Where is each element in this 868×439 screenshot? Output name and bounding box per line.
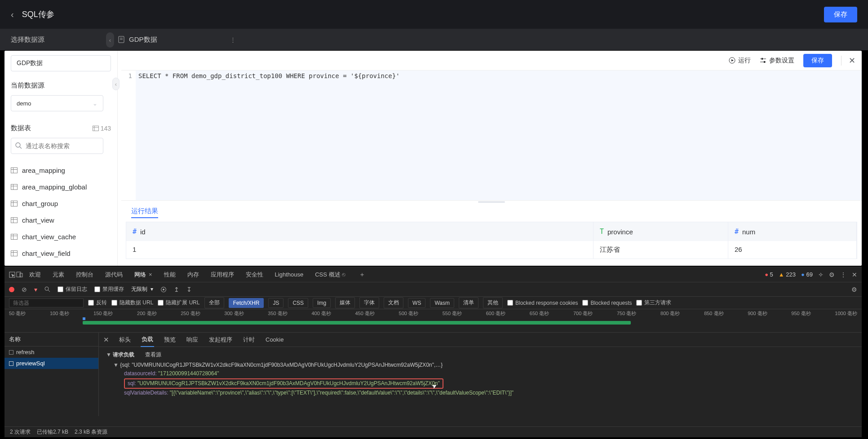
ai-icon[interactable]: ✧ — [818, 271, 824, 278]
column-header-id[interactable]: #id — [126, 222, 593, 241]
save-button[interactable]: 保存 — [803, 54, 832, 67]
more-icon[interactable]: ⋮ — [840, 271, 846, 278]
tab-memory[interactable]: 内存 — [182, 267, 204, 282]
filter-wasm[interactable]: Wasm — [430, 298, 454, 308]
error-count[interactable]: ● 5 — [765, 271, 773, 278]
filter-js[interactable]: JS — [268, 298, 283, 308]
table-search-input[interactable] — [11, 138, 103, 154]
clear-icon[interactable]: ⊘ — [22, 286, 27, 293]
tab-headers[interactable]: 标头 — [118, 333, 132, 347]
filter-doc[interactable]: 文档 — [384, 297, 403, 308]
filter-css[interactable]: CSS — [288, 298, 308, 308]
gear-icon[interactable]: ⚙ — [851, 286, 857, 293]
device-icon[interactable] — [16, 272, 23, 277]
sidebar-collapse-icon[interactable]: ‹ — [112, 78, 120, 90]
search-icon[interactable] — [44, 286, 50, 292]
run-button[interactable]: 运行 — [729, 57, 751, 65]
gear-icon[interactable]: ⚙ — [829, 271, 835, 278]
throttle-select[interactable]: 无限制 ▾ — [131, 285, 153, 293]
upload-icon[interactable]: ↥ — [174, 286, 179, 293]
datasource-value: demo — [17, 100, 31, 107]
filter-input[interactable] — [9, 299, 84, 307]
tab-payload[interactable]: 负载 — [141, 333, 154, 347]
payload-root[interactable]: ▼ {sql: "U0VMRUNUICogR1JPTSBkZW1vX2dkcF9… — [106, 361, 855, 369]
blocked-cookies-checkbox[interactable]: Blocked response cookies — [507, 300, 578, 306]
cell-num: 26 — [728, 241, 857, 259]
tab-timing[interactable]: 计时 — [242, 333, 256, 347]
record-icon[interactable] — [9, 287, 14, 292]
payload-section-label[interactable]: ▼ 请求负载 — [106, 351, 134, 359]
tab-response[interactable]: 响应 — [186, 333, 199, 347]
keep-log-checkbox[interactable]: 保留日志 — [58, 285, 87, 293]
back-icon[interactable]: ‹ — [11, 9, 14, 20]
tab-initiator[interactable]: 发起程序 — [208, 333, 233, 347]
download-icon[interactable]: ↧ — [186, 286, 192, 293]
names-column-header[interactable]: 名称 — [4, 333, 98, 347]
third-party-checkbox[interactable]: 第三方请求 — [636, 299, 671, 307]
request-row[interactable]: refresh — [4, 347, 98, 358]
blocked-requests-checkbox[interactable]: Blocked requests — [582, 300, 632, 306]
close-detail-icon[interactable]: ✕ — [103, 336, 109, 344]
filter-fetch[interactable]: Fetch/XHR — [229, 298, 264, 308]
document-tab[interactable]: GDP数据 — [112, 32, 164, 48]
save-button-top[interactable]: 保存 — [824, 7, 857, 22]
invert-checkbox[interactable]: 反转 — [88, 299, 107, 307]
filter-font[interactable]: 字体 — [359, 297, 379, 308]
filter-toggle-icon[interactable]: ▾ — [34, 286, 37, 293]
sql-editor[interactable]: 1 SELECT * FROM demo_gdp_district_top100… — [121, 70, 862, 201]
disable-cache-checkbox[interactable]: 禁用缓存 — [94, 285, 124, 293]
tab-elements[interactable]: 元素 — [47, 267, 70, 282]
table-item[interactable]: chart_view — [11, 212, 111, 228]
tab-cookies[interactable]: Cookie — [265, 334, 284, 346]
tab-console[interactable]: 控制台 — [71, 267, 99, 282]
tab-security[interactable]: 安全性 — [240, 267, 269, 282]
params-button[interactable]: 参数设置 — [760, 57, 794, 65]
tab-more-icon[interactable]: ⋮ — [230, 36, 236, 43]
tab-network[interactable]: 网络× — [129, 267, 158, 282]
filter-other[interactable]: 其他 — [483, 297, 503, 308]
filter-manifest[interactable]: 清单 — [459, 297, 478, 308]
tab-performance[interactable]: 性能 — [159, 267, 181, 282]
transfer-size: 已传输2.7 kB — [37, 428, 68, 436]
add-tab-icon[interactable]: ＋ — [359, 271, 365, 279]
sql-code[interactable]: SELECT * FROM demo_gdp_district_top100 W… — [136, 70, 862, 200]
svg-point-6 — [16, 143, 20, 147]
sql-editor-panel: ‹ 当前数据源 demo ⌄ 数据表 143 area_mapping area… — [4, 51, 862, 266]
table-item[interactable]: chart_view_field — [11, 245, 111, 262]
tab-application[interactable]: 应用程序 — [205, 267, 239, 282]
tab-welcome[interactable]: 欢迎 — [24, 267, 46, 282]
tab-sources[interactable]: 源代码 — [100, 267, 128, 282]
table-item[interactable]: chart_group — [11, 195, 111, 212]
request-row-selected[interactable]: previewSql — [4, 358, 98, 369]
datasource-select[interactable]: demo ⌄ — [11, 95, 103, 111]
close-icon[interactable]: ✕ — [841, 56, 855, 66]
dataset-name-input[interactable] — [11, 55, 111, 71]
table-item[interactable]: area_mapping — [11, 162, 111, 179]
timeline[interactable]: 50 毫秒100 毫秒150 毫秒200 毫秒250 毫秒300 毫秒350 毫… — [4, 309, 862, 333]
table-item[interactable]: chart_view_cache — [11, 228, 111, 245]
payload-sql-highlighted[interactable]: sql: "U0VMRUNUICogR1JPTSBkZW1vX2dkcF9kaX… — [124, 378, 443, 389]
tab-css-overview[interactable]: CSS 概述 ⎋ — [310, 267, 351, 282]
filter-img[interactable]: Img — [313, 298, 331, 308]
request-detail: ✕ 标头 负载 预览 响应 发起程序 计时 Cookie ▼ 请求负载 查看源 … — [99, 333, 862, 416]
tab-lighthouse[interactable]: Lighthouse — [270, 268, 309, 281]
column-header-num[interactable]: #num — [728, 222, 857, 241]
tab-preview[interactable]: 预览 — [163, 333, 177, 347]
result-tab[interactable]: 运行结果 — [121, 203, 862, 219]
chevron-down-icon: ⌄ — [93, 100, 97, 107]
wifi-icon[interactable]: ⦿ — [160, 286, 167, 293]
hide-data-url-checkbox[interactable]: 隐藏数据 URL — [111, 299, 153, 307]
inspect-icon[interactable] — [9, 272, 15, 278]
filter-media[interactable]: 媒体 — [335, 297, 355, 308]
view-source-link[interactable]: 查看源 — [145, 351, 161, 359]
hide-ext-url-checkbox[interactable]: 隐藏扩展 URL — [158, 299, 199, 307]
filter-all[interactable]: 全部 — [204, 297, 224, 308]
collapse-left-icon[interactable]: ‹ — [106, 32, 114, 48]
filter-ws[interactable]: WS — [408, 298, 425, 308]
column-header-province[interactable]: Tprovince — [593, 222, 728, 241]
warn-count[interactable]: ▲ 223 — [779, 271, 796, 278]
close-devtools-icon[interactable]: ✕ — [852, 271, 857, 278]
table-item[interactable]: area_mapping_global — [11, 179, 111, 195]
info-count[interactable]: ● 69 — [801, 271, 813, 278]
close-icon[interactable]: × — [149, 271, 152, 278]
